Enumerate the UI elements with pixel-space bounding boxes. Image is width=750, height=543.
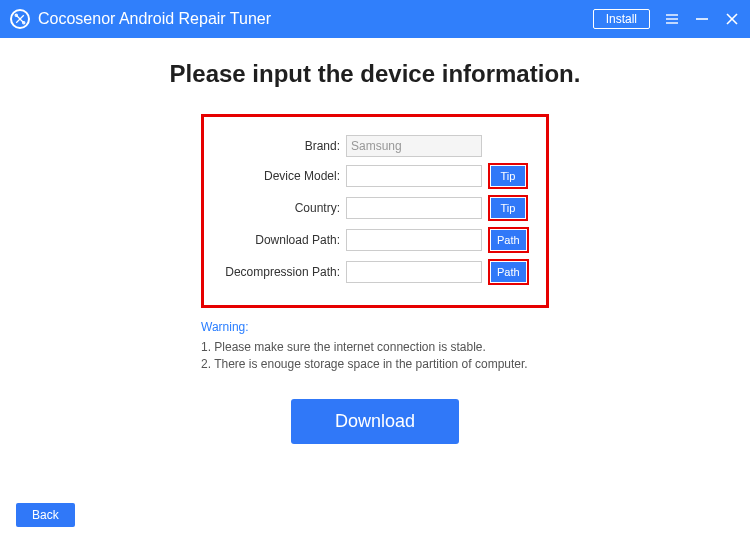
menu-icon[interactable] [664,12,680,26]
app-title: Cocosenor Android Repair Tuner [38,10,271,28]
row-download-path: Download Path: Path [214,227,530,253]
warning-line-2: 2. There is enouge storage space in the … [201,357,549,371]
device-info-form: Brand: Device Model: Tip Country: Tip Do… [201,114,549,308]
content-area: Please input the device information. Bra… [0,38,750,543]
decompress-path-label: Decompression Path: [214,265,340,279]
row-decompress-path: Decompression Path: Path [214,259,530,285]
decompress-path-button[interactable]: Path [491,262,526,282]
download-button[interactable]: Download [291,399,459,444]
decompress-path-highlight: Path [488,259,529,285]
warning-title: Warning: [201,320,549,334]
brand-label: Brand: [214,139,340,153]
row-model: Device Model: Tip [214,163,530,189]
download-path-input[interactable] [346,229,482,251]
download-path-label: Download Path: [214,233,340,247]
titlebar-controls: Install [593,9,740,29]
page-title: Please input the device information. [20,60,730,88]
model-input[interactable] [346,165,482,187]
country-input[interactable] [346,197,482,219]
country-tip-highlight: Tip [488,195,528,221]
warning-block: Warning: 1. Please make sure the interne… [201,320,549,371]
model-tip-highlight: Tip [488,163,528,189]
install-button[interactable]: Install [593,9,650,29]
brand-input [346,135,482,157]
country-label: Country: [214,201,340,215]
download-path-button[interactable]: Path [491,230,526,250]
row-country: Country: Tip [214,195,530,221]
model-label: Device Model: [214,169,340,183]
minimize-icon[interactable] [694,12,710,26]
country-tip-button[interactable]: Tip [491,198,525,218]
row-brand: Brand: [214,135,530,157]
model-tip-button[interactable]: Tip [491,166,525,186]
decompress-path-input[interactable] [346,261,482,283]
warning-line-1: 1. Please make sure the internet connect… [201,340,549,354]
app-logo-icon [10,9,30,29]
back-button[interactable]: Back [16,503,75,527]
titlebar: Cocosenor Android Repair Tuner Install [0,0,750,38]
download-path-highlight: Path [488,227,529,253]
close-icon[interactable] [724,12,740,26]
